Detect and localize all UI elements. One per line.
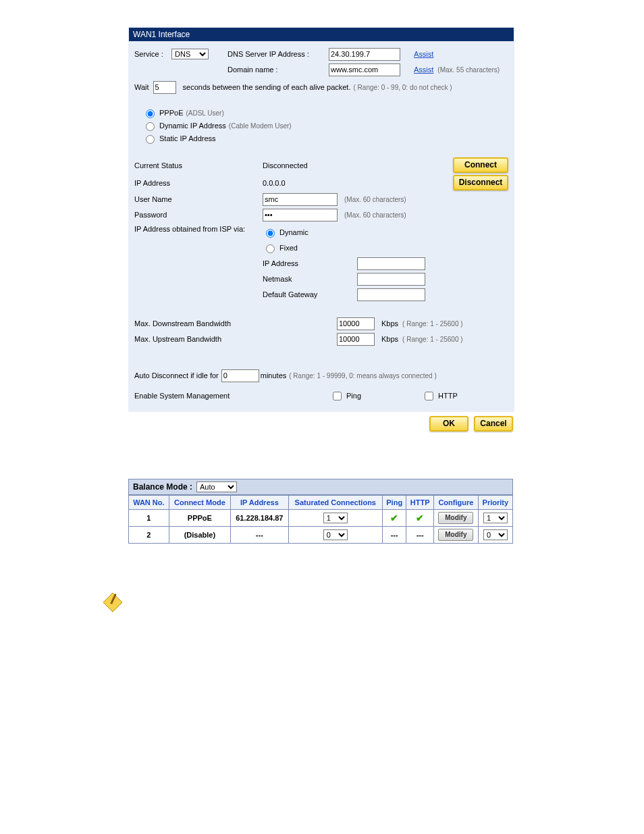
th-ping: Ping [383,496,406,510]
disconnect-button[interactable]: Disconnect [453,175,508,190]
ispvia-ip-input[interactable] [357,257,425,270]
cell-ip: --- [231,527,289,544]
cell-wan: 2 [129,527,169,544]
th-http: HTTP [406,496,434,510]
cell-ip: 61.228.184.87 [231,510,289,527]
wait-hint: ( Range: 0 - 99, 0: do not check ) [354,84,452,91]
idle-label-pre: Auto Disconnect if idle for [134,371,219,380]
pass-label: Password [134,211,263,219]
ispvia-gw-input[interactable] [357,288,425,301]
domain-input[interactable] [329,63,400,76]
radio-pppoe[interactable] [146,109,155,118]
modify-button[interactable]: Modify [438,529,473,541]
ispvia-gw-label: Default Gateway [263,290,323,298]
note-icon [101,591,124,614]
sys-label: Enable System Management [134,392,330,400]
prio-select[interactable]: 0 [483,529,508,540]
th-prio: Priority [478,496,512,510]
balance-select[interactable]: Auto [196,481,237,492]
dynip-hint: (Cable Modem User) [229,122,292,130]
ok-button[interactable]: OK [429,416,468,432]
pppoe-label: PPPoE [159,109,183,117]
pppoe-hint: (ADSL User) [186,109,223,117]
status-label: Current Status [134,161,263,170]
cell-mode: PPPoE [169,510,230,527]
ping-label: Ping [346,392,361,400]
up-hint: ( Range: 1 - 25600 ) [402,336,463,343]
static-label: Static IP Address [159,134,216,142]
down-input[interactable] [337,317,375,330]
sat-select[interactable]: 1 [323,513,348,523]
ping-checkbox[interactable] [333,392,342,400]
domain-assist-link[interactable]: Assist [414,66,433,74]
down-label: Max. Downstream Bandwidth [134,319,337,328]
dynip-label: Dynamic IP Address [159,122,226,130]
ispvia-ip-label: IP Address [263,259,323,267]
radio-dynamic[interactable] [266,229,275,238]
pass-hint: (Max. 60 characters) [344,211,406,219]
ispvia-netmask-input[interactable] [357,273,425,286]
http-checkbox[interactable] [425,392,433,400]
user-hint: (Max. 60 characters) [344,196,406,203]
idle-label-post: minutes [261,371,287,380]
radio-static[interactable] [146,135,155,144]
cell-mode: (Disable) [169,527,230,544]
sat-select[interactable]: 0 [323,529,348,540]
pass-input[interactable] [263,209,338,221]
fixed-label: Fixed [279,244,298,252]
service-label: Service : [134,50,171,58]
user-input[interactable] [263,193,338,206]
service-select[interactable]: DNS [171,49,209,59]
balance-table: WAN No. Connect Mode IP Address Saturate… [128,495,513,544]
dns-assist-link[interactable]: Assist [414,50,433,58]
down-unit: Kbps [381,319,398,328]
connect-button[interactable]: Connect [453,157,508,173]
dynamic-label: Dynamic [279,228,308,236]
cell-ping: --- [383,527,406,544]
radio-dynip[interactable] [146,122,155,131]
th-ip: IP Address [231,496,289,510]
th-mode: Connect Mode [169,496,230,510]
ip-value: 0.0.0.0 [263,179,354,187]
radio-fixed[interactable] [266,244,275,253]
table-row: 1 PPPoE 61.228.184.87 1 ✔ ✔ Modify 1 [129,510,513,527]
ispvia-label: IP Address obtained from ISP via: [134,224,263,233]
table-row: 2 (Disable) --- 0 --- --- Modify 0 [129,527,513,544]
wait-label-pre: Wait [134,83,149,91]
check-icon: ✔ [390,513,398,523]
modify-button[interactable]: Modify [438,512,473,524]
status-value: Disconnected [263,161,354,170]
idle-hint: ( Range: 1 - 99999, 0: means always conn… [289,372,436,380]
up-label: Max. Upstream Bandwidth [134,335,337,343]
th-sat: Saturated Connections [288,496,382,510]
cancel-button[interactable]: Cancel [474,416,513,432]
ip-label: IP Address [134,179,263,187]
th-wan: WAN No. [129,496,169,510]
http-label: HTTP [438,392,458,400]
panel-title: WAN1 Interface [129,28,514,41]
wait-input[interactable] [153,81,176,94]
idle-input[interactable] [221,369,259,382]
domain-hint: (Max. 55 characters) [437,66,500,74]
dns-input[interactable] [329,48,400,61]
check-icon: ✔ [416,513,424,523]
cell-http: --- [406,527,434,544]
wait-label-post: seconds between the sending of each aliv… [183,83,351,91]
up-unit: Kbps [381,335,398,343]
balance-label: Balance Mode : [133,482,192,492]
down-hint: ( Range: 1 - 25600 ) [402,320,463,328]
th-cfg: Configure [434,496,479,510]
ispvia-netmask-label: Netmask [263,275,323,283]
dns-label: DNS Server IP Address : [227,50,329,58]
prio-select[interactable]: 1 [483,513,508,523]
user-label: User Name [134,195,263,203]
domain-label: Domain name : [227,66,329,74]
cell-wan: 1 [129,510,169,527]
up-input[interactable] [337,333,375,346]
